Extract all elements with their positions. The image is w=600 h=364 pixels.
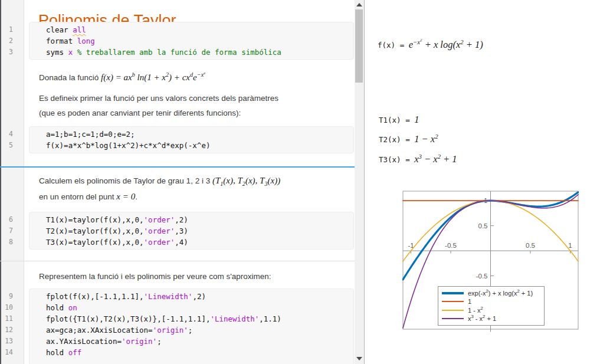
legend-label: x3 - x2 + 1 [468, 315, 496, 322]
code-line[interactable]: ax=gca;ax.XAxisLocation='origin'; [46, 324, 353, 336]
x-tick-label: 1 [568, 242, 572, 249]
paragraph[interactable]: Es defineix primer la funció per uns val… [39, 91, 352, 120]
scroll-up-icon[interactable] [356, 3, 362, 6]
paragraph[interactable]: Calculem els polinomis de Taylor de grau… [39, 173, 352, 205]
code-line[interactable]: fplot(f(x),[-1.1,1.1],'Linewidth',2) [46, 291, 353, 302]
legend-entry[interactable]: exp(-x2) + x log(x2 + 1) [442, 289, 540, 297]
scroll-down-icon[interactable] [356, 357, 362, 360]
section-divider-active [0, 166, 355, 168]
output-name: T2(x) = [379, 135, 414, 144]
code-line[interactable]: T1(x)=taylor(f(x),x,0,'order',2) [46, 214, 353, 225]
matlab-live-editor: 123 45 678 91011121314 Polinomis de Tayl… [0, 0, 600, 364]
code-block[interactable]: clear allformat longsyms x % treballarem… [29, 22, 354, 60]
code-block[interactable]: fplot(f(x),[-1.1,1.1],'Linewidth',2)hold… [29, 288, 354, 364]
output-math: 1 [414, 114, 419, 126]
plot-legend[interactable]: exp(-x2) + x log(x2 + 1)11 - x2x3 - x2 +… [438, 286, 545, 326]
symbolic-output-t2: T2(x) = 1 − x2 [379, 133, 438, 145]
legend-entry[interactable]: 1 [442, 297, 540, 306]
code-line[interactable]: a=1;b=1;c=1;d=0;e=2; [46, 129, 353, 140]
figure-output[interactable]: -1-0.50.5110.5-0.5 exp(-x2) + x log(x2 +… [383, 186, 587, 338]
code-line[interactable]: clear all [46, 24, 353, 35]
inline-math: x = 0 [116, 192, 135, 201]
line-numbers: 678 [0, 214, 13, 248]
legend-entry[interactable]: x3 - x2 + 1 [442, 314, 540, 323]
legend-label: 1 - x2 [468, 307, 483, 314]
code-line[interactable]: f(x)=a*x^b*log(1+x^2)+c*x^d*exp(-x^e) [46, 140, 353, 151]
output-math: x3 − x2 + 1 [414, 153, 457, 165]
output-name: T3(x) = [379, 155, 414, 164]
x-tick-label: 0.5 [526, 242, 535, 249]
symbolic-output-t3: T3(x) = x3 − x2 + 1 [379, 153, 457, 165]
code-line[interactable]: ax.YAxisLocation='origin'; [46, 336, 353, 347]
code-line[interactable]: hold on [46, 302, 353, 313]
code-line[interactable]: T3(x)=taylor(f(x),x,0,'order',4) [46, 237, 353, 248]
code-line[interactable]: T2(x)=taylor(f(x),x,0,'order',3) [46, 225, 353, 237]
code-line[interactable]: format long [46, 35, 353, 47]
legend-line-sample [442, 301, 464, 302]
legend-label: exp(-x2) + x log(x2 + 1) [468, 290, 533, 297]
code-line[interactable]: syms x % treballarem amb la funció de fo… [46, 47, 353, 58]
legend-label: 1 [468, 298, 471, 305]
y-tick-label: 0.5 [478, 222, 488, 229]
x-tick-label: -0.5 [445, 242, 457, 249]
output-name: f(x) = [378, 41, 409, 50]
output-math: 1 − x2 [414, 133, 438, 145]
y-tick-label: -0.5 [476, 273, 488, 280]
code-block[interactable]: T1(x)=taylor(f(x),x,0,'order',2)T2(x)=ta… [29, 212, 354, 250]
code-line[interactable]: fplot({T1(x),T2(x),T3(x)},[-1.1,1.1],'Li… [46, 313, 353, 324]
output-math: e−x2 + x log(x2 + 1) [409, 39, 483, 51]
code-block[interactable]: a=1;b=1;c=1;d=0;e=2;f(x)=a*x^b*log(1+x^2… [29, 126, 354, 153]
scrollbar-thumb[interactable] [355, 9, 363, 83]
legend-line-sample [442, 318, 464, 319]
output-panel: f(x) = e−x2 + x log(x2 + 1) T1(x) = 1 T2… [365, 0, 600, 364]
symbolic-output-f: f(x) = e−x2 + x log(x2 + 1) [378, 39, 483, 51]
output-name: T1(x) = [379, 116, 414, 124]
legend-entry[interactable]: 1 - x2 [442, 306, 540, 314]
line-numbers: 45 [0, 129, 13, 151]
legend-line-sample [442, 292, 464, 294]
inline-math: f(x) = axb ln(1 + x2) + cxde−xe [101, 73, 205, 82]
symbolic-output-t1: T1(x) = 1 [379, 114, 419, 126]
inline-math: (T1(x), T2(x), T3(x)) [212, 176, 280, 185]
line-numbers: 91011121314 [0, 291, 13, 358]
section-divider [0, 261, 355, 261]
paragraph[interactable]: Representem la funció i els polinomis pe… [39, 269, 352, 284]
paragraph[interactable]: Donada la funció f(x) = axb ln(1 + x2) +… [39, 70, 352, 85]
line-numbers: 123 [0, 24, 13, 58]
legend-line-sample [442, 310, 464, 311]
code-line[interactable]: hold off [46, 347, 353, 358]
